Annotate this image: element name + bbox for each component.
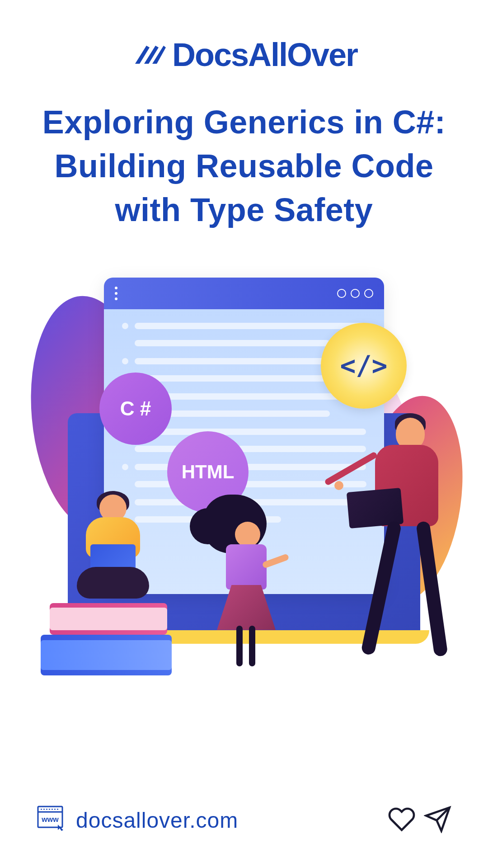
footer: www docsallover.com bbox=[36, 804, 452, 836]
brand-name: DocsAllOver bbox=[172, 36, 357, 73]
books-stack bbox=[41, 585, 176, 675]
browser-header bbox=[104, 278, 384, 309]
brand-mark-icon bbox=[131, 41, 167, 68]
page-title: Exploring Generics in C#: Building Reusa… bbox=[36, 100, 452, 232]
hero-illustration: C # HTML </> bbox=[41, 269, 447, 675]
person-girl bbox=[203, 495, 285, 666]
footer-right bbox=[388, 805, 452, 835]
footer-url: docsallover.com bbox=[76, 808, 238, 833]
code-badge: </> bbox=[321, 323, 407, 409]
csharp-badge: C # bbox=[99, 373, 172, 445]
www-browser-icon: www bbox=[36, 804, 67, 836]
send-icon[interactable] bbox=[424, 805, 452, 835]
csharp-label: C # bbox=[120, 397, 151, 420]
footer-left: www docsallover.com bbox=[36, 804, 238, 836]
code-tag-icon: </> bbox=[340, 350, 388, 381]
html-label: HTML bbox=[182, 461, 235, 483]
heart-icon[interactable] bbox=[388, 805, 416, 835]
window-controls-icon bbox=[337, 289, 373, 298]
person-man bbox=[334, 413, 452, 666]
svg-text:www: www bbox=[41, 816, 59, 823]
brand-logo: DocsAllOver bbox=[131, 36, 357, 73]
menu-dots-icon bbox=[115, 287, 117, 300]
